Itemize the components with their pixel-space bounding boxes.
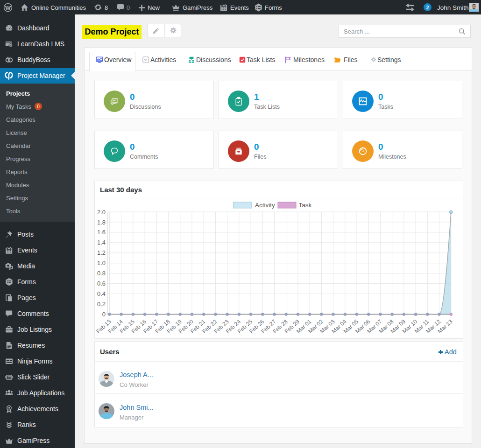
svg-text:Task: Task bbox=[299, 202, 312, 209]
svg-text:0: 0 bbox=[102, 311, 106, 318]
svg-text:2.0: 2.0 bbox=[97, 209, 106, 216]
svg-text:0.4: 0.4 bbox=[97, 290, 106, 297]
svg-text:0.6: 0.6 bbox=[97, 280, 106, 287]
svg-text:1.4: 1.4 bbox=[97, 239, 106, 246]
svg-text:1.8: 1.8 bbox=[97, 219, 106, 226]
svg-text:Activity: Activity bbox=[255, 202, 275, 209]
svg-text:1.6: 1.6 bbox=[97, 229, 106, 236]
svg-text:1.0: 1.0 bbox=[97, 259, 106, 266]
svg-text:0.8: 0.8 bbox=[97, 270, 106, 277]
svg-text:0.2: 0.2 bbox=[97, 301, 106, 308]
svg-text:1.2: 1.2 bbox=[97, 249, 106, 256]
